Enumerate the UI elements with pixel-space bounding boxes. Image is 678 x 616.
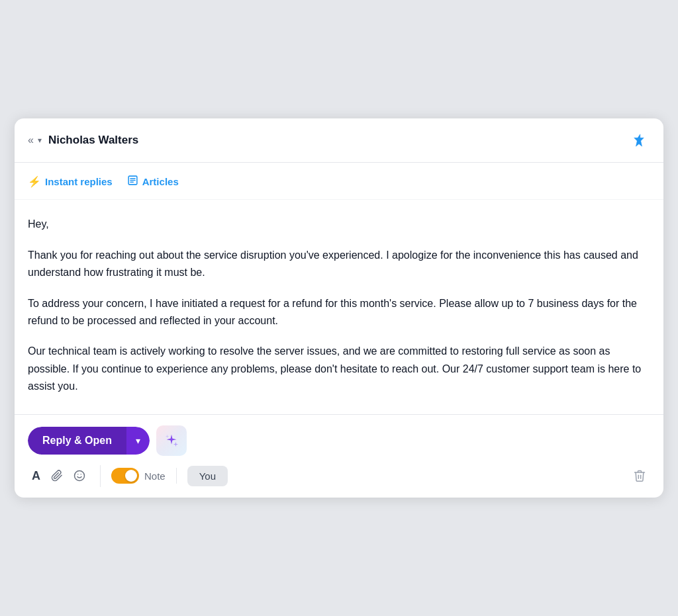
header-left: « ▾ Nicholas Walters bbox=[28, 134, 138, 147]
instant-replies-button[interactable]: ⚡ Instant replies bbox=[28, 173, 119, 191]
reply-open-dropdown-button[interactable]: ▾ bbox=[126, 427, 150, 455]
toggle-track bbox=[111, 468, 139, 484]
attachment-button[interactable] bbox=[47, 466, 67, 486]
paperclip-icon bbox=[51, 470, 63, 482]
footer-bottom: A bbox=[28, 465, 650, 487]
toggle-thumb bbox=[125, 470, 137, 482]
header-chevron-icon[interactable]: ▾ bbox=[38, 136, 42, 145]
contact-name: Nicholas Walters bbox=[48, 134, 138, 147]
dropdown-chevron-icon: ▾ bbox=[136, 435, 140, 446]
sparkles-icon bbox=[164, 433, 179, 448]
message-content: Hey, Thank you for reaching out about th… bbox=[15, 200, 663, 414]
message-paragraph-2: To address your concern, I have initiate… bbox=[28, 295, 650, 330]
message-paragraph-3: Our technical team is actively working t… bbox=[28, 343, 650, 395]
panel-header: « ▾ Nicholas Walters bbox=[15, 118, 663, 163]
delete-button[interactable] bbox=[629, 465, 650, 486]
pin-button[interactable] bbox=[628, 129, 650, 152]
lightning-icon: ⚡ bbox=[28, 175, 41, 188]
articles-button[interactable]: Articles bbox=[127, 172, 185, 191]
ai-assist-button[interactable] bbox=[156, 425, 187, 456]
emoji-icon bbox=[73, 470, 85, 482]
you-button[interactable]: You bbox=[187, 466, 228, 486]
text-format-button[interactable]: A bbox=[28, 465, 44, 487]
format-group: A bbox=[28, 465, 101, 487]
panel-footer: Reply & Open ▾ A bbox=[15, 415, 663, 498]
emoji-button[interactable] bbox=[70, 466, 89, 486]
articles-icon bbox=[127, 175, 138, 189]
message-body: Hey, Thank you for reaching out about th… bbox=[28, 216, 650, 395]
message-paragraph-1: Thank you for reaching out about the ser… bbox=[28, 247, 650, 282]
footer-top: Reply & Open ▾ bbox=[28, 425, 650, 456]
message-greeting: Hey, bbox=[28, 216, 650, 233]
reply-open-button[interactable]: Reply & Open bbox=[28, 427, 126, 455]
svg-point-4 bbox=[75, 471, 85, 481]
pin-icon bbox=[632, 133, 646, 148]
articles-label: Articles bbox=[142, 176, 179, 187]
note-label: Note bbox=[144, 470, 166, 482]
text-format-icon: A bbox=[32, 469, 40, 483]
note-toggle[interactable] bbox=[111, 468, 139, 484]
main-panel: « ▾ Nicholas Walters ⚡ Instant replies A… bbox=[15, 118, 663, 497]
panel-toolbar: ⚡ Instant replies Articles bbox=[15, 163, 663, 200]
reply-back-icon: « bbox=[28, 134, 34, 146]
instant-replies-label: Instant replies bbox=[45, 176, 113, 187]
trash-icon bbox=[633, 469, 646, 482]
note-group: Note bbox=[111, 468, 177, 484]
reply-open-group: Reply & Open ▾ bbox=[28, 427, 150, 455]
